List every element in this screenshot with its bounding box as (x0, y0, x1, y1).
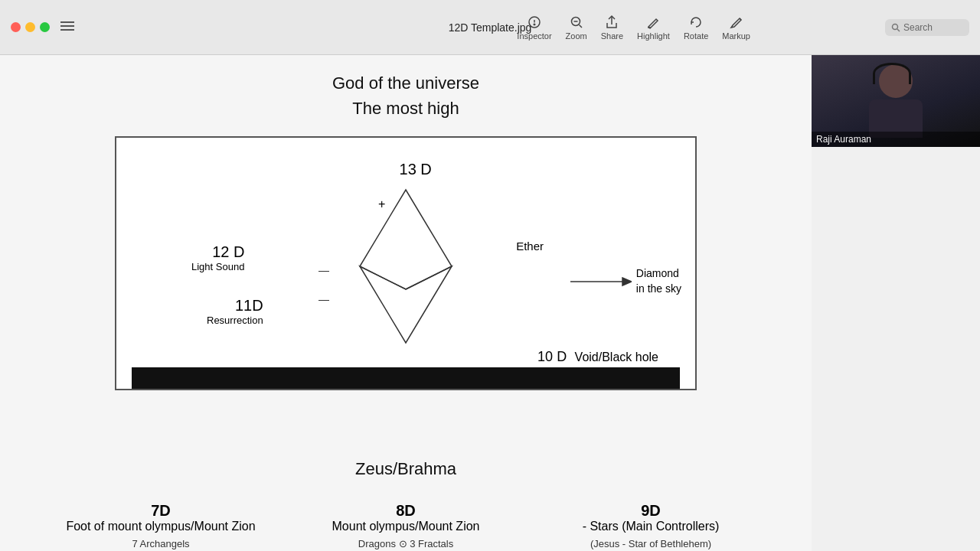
diagram-inner: 13 D + 12 D Li (132, 161, 680, 360)
highlight-button[interactable]: Highlight (637, 15, 670, 41)
label-diamond-sky: Diamond in the sky (636, 266, 681, 296)
dash-top-left: — (318, 264, 329, 276)
label-12d-area: 12 D Light Sound (191, 243, 244, 272)
window-controls (11, 22, 50, 32)
dim-9d-number: 9D (536, 502, 766, 520)
dimension-col-9d: 9D - Stars (Main Controllers) (Jesus - S… (536, 502, 766, 551)
maximize-button[interactable] (40, 22, 50, 32)
dim-8d-number: 8D (291, 502, 521, 520)
svg-marker-16 (622, 278, 632, 285)
document-title: God of the universe The most high (31, 70, 781, 121)
main-content: God of the universe The most high 13 D + (0, 55, 812, 551)
zoom-button[interactable]: Zoom (566, 15, 587, 41)
svg-line-12 (897, 29, 900, 31)
dim-8d-sub: Dragons ⊙ 3 Fractals (291, 538, 521, 549)
zeus-title: Zeus/Brahma (46, 459, 766, 479)
dim-7d-number: 7D (46, 502, 276, 520)
label-void: Void/Black hole (575, 350, 658, 364)
svg-line-7 (579, 25, 582, 28)
svg-marker-13 (360, 190, 452, 289)
search-label: Search (903, 22, 933, 33)
svg-marker-14 (360, 266, 452, 343)
label-12d: 12 D (191, 243, 244, 261)
minimize-button[interactable] (25, 22, 35, 32)
close-button[interactable] (11, 22, 21, 32)
label-11d-area: 11D Resurrection (207, 297, 263, 326)
camera-overlay: Raji Auraman (812, 55, 980, 147)
dash-bottom-left: — (318, 293, 329, 305)
label-11d: 11D (207, 297, 263, 315)
label-10d-area: 10 D Void/Black hole (537, 349, 658, 365)
inspector-button[interactable]: Inspector (517, 15, 551, 41)
black-bar (132, 367, 680, 389)
label-ether: Ether (516, 240, 544, 253)
label-11d-sub: Resurrection (207, 315, 263, 326)
arrow-svg (570, 274, 632, 289)
arrow-diamond-area: Diamond in the sky (570, 266, 681, 296)
svg-line-10 (740, 18, 741, 20)
toolbar: Inspector Zoom Share Highlight (517, 0, 750, 55)
label-12d-sub: Light Sound (191, 261, 244, 272)
label-10d: 10 D (537, 349, 567, 364)
markup-button[interactable]: Markup (722, 15, 750, 41)
svg-point-11 (893, 24, 898, 29)
dimension-row: 7D Foot of mount olympus/Mount Zion 7 Ar… (46, 502, 766, 551)
label-13d: 13 D (400, 161, 432, 178)
camera-person-name: Raji Auraman (812, 132, 980, 147)
dim-9d-label: - Stars (Main Controllers) (536, 520, 766, 533)
share-button[interactable]: Share (601, 15, 623, 41)
dim-7d-sub: 7 Archangels (46, 538, 276, 549)
sidebar-toggle[interactable] (60, 21, 74, 34)
svg-rect-2 (60, 29, 74, 31)
diamond-svg (329, 182, 482, 350)
dim-7d-label: Foot of mount olympus/Mount Zion (46, 520, 276, 533)
dim-8d-label: Mount olympus/Mount Zion (291, 520, 521, 533)
rotate-button[interactable]: Rotate (684, 15, 708, 41)
svg-rect-1 (60, 25, 74, 27)
dim-9d-sub: (Jesus - Star of Bethlehem) (536, 538, 766, 549)
dimension-col-7d: 7D Foot of mount olympus/Mount Zion 7 Ar… (46, 502, 276, 551)
svg-point-5 (534, 24, 535, 25)
titlebar: 12D Template.jpg Inspector Zoom (0, 0, 980, 55)
search-box[interactable]: Search (885, 19, 969, 36)
diagram-box: 13 D + 12 D Li (115, 136, 697, 390)
document-wrapper: God of the universe The most high 13 D + (0, 55, 812, 551)
dimension-col-8d: 8D Mount olympus/Mount Zion Dragons ⊙ 3 … (291, 502, 521, 551)
svg-rect-0 (60, 21, 74, 23)
lower-section: Zeus/Brahma 7D Foot of mount olympus/Mou… (31, 429, 781, 551)
